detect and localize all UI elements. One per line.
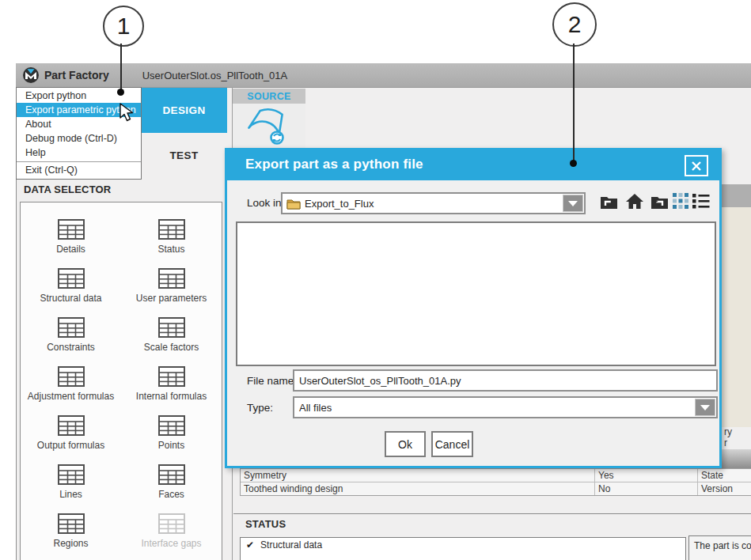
tab-design[interactable]: DESIGN: [141, 88, 227, 133]
menu-item[interactable]: Debug mode (Ctrl-D): [17, 131, 141, 146]
table-cell-name: Toothed winding design: [244, 482, 343, 495]
data-selector-item[interactable]: Internal formulas: [121, 361, 222, 410]
app-name: Part Factory: [44, 69, 109, 81]
section-divider: [233, 513, 751, 514]
look-in-value: Export_to_Flux: [305, 198, 374, 210]
data-selector-item-label: Regions: [53, 538, 88, 549]
table-grid-icon: [158, 219, 185, 240]
data-selector-item-label: Output formulas: [37, 440, 104, 451]
look-in-label: Look in:: [247, 197, 284, 209]
parent-folder-icon[interactable]: [600, 193, 618, 210]
status-checklist: ✔ Structural data: [240, 537, 686, 560]
tab-test[interactable]: TEST: [141, 133, 227, 178]
clipped-text-fragment: ry: [724, 427, 751, 437]
table-grid-icon: [158, 513, 185, 534]
callout-1: 1: [103, 6, 144, 47]
list-view-icon[interactable]: [692, 193, 710, 209]
menu-item[interactable]: Exit (Ctrl-Q): [17, 161, 141, 177]
data-selector-item-label: User parameters: [136, 293, 207, 304]
cancel-button[interactable]: Cancel: [431, 431, 473, 457]
data-selector-item-label: Points: [158, 440, 184, 451]
table-cell-name: Symmetry: [244, 469, 286, 482]
menu-item[interactable]: Help: [17, 146, 141, 160]
callout-2-dot: [570, 160, 577, 167]
status-message: The part is comple: [688, 535, 751, 560]
export-dialog-titlebar[interactable]: Export part as a python file: [225, 148, 722, 180]
file-name-value: UserOuterSlot_os_PllTooth_01A.py: [299, 375, 461, 387]
callout-2-line: [573, 44, 575, 161]
grid-view-icon[interactable]: [673, 193, 688, 209]
table-grid-icon: [58, 464, 85, 485]
data-selector-item-label: Interface gaps: [141, 538, 201, 549]
table-grid-icon: [58, 219, 85, 240]
table-grid-icon: [158, 464, 185, 485]
ok-button[interactable]: Ok: [385, 431, 426, 457]
data-selector-title: DATA SELECTOR: [24, 184, 111, 195]
properties-table: Symmetry Yes State Toothed winding desig…: [240, 468, 751, 496]
data-selector-item-label: Internal formulas: [136, 391, 207, 402]
status-section-title: STATUS: [245, 518, 286, 530]
table-cell-meta: Version: [697, 482, 751, 495]
callout-1-number: 1: [117, 13, 131, 40]
data-selector-item[interactable]: Structural data: [21, 263, 121, 312]
data-selector-item[interactable]: Points: [121, 410, 222, 459]
new-folder-icon[interactable]: [650, 193, 669, 210]
data-selector-item[interactable]: Details: [21, 214, 121, 263]
file-name-input[interactable]: UserOuterSlot_os_PllTooth_01A.py: [293, 369, 718, 392]
close-button[interactable]: [685, 155, 708, 176]
data-selector-item[interactable]: Adjustment formulas: [21, 361, 121, 410]
data-selector-item-label: Lines: [59, 489, 82, 500]
table-cell-meta: State: [697, 469, 751, 482]
data-selector-item[interactable]: User parameters: [121, 263, 222, 312]
callout-1-dot: [117, 89, 124, 96]
table-grid-icon: [158, 366, 185, 387]
data-selector-item[interactable]: Constraints: [21, 312, 121, 361]
data-selector-item[interactable]: Lines: [21, 459, 121, 508]
data-selector-item[interactable]: Output formulas: [21, 410, 121, 459]
table-cell-value: Yes: [594, 469, 700, 482]
part-source-icon: [245, 104, 294, 148]
export-dialog-title: Export part as a python file: [245, 157, 423, 172]
table-row[interactable]: Toothed winding design No Version: [241, 482, 751, 495]
callout-2: 2: [552, 2, 597, 47]
check-icon: ✔: [246, 539, 254, 551]
home-icon[interactable]: [625, 193, 644, 210]
data-selector-item-label: Structural data: [40, 293, 101, 304]
status-item-label: Structural data: [260, 539, 322, 551]
data-selector-item[interactable]: Faces: [121, 459, 222, 508]
table-grid-icon: [58, 415, 85, 436]
mouse-cursor-icon: [117, 103, 136, 123]
data-selector-item[interactable]: Scale factors: [121, 312, 222, 361]
table-grid-icon: [58, 513, 85, 534]
look-in-dropdown-arrow[interactable]: [563, 195, 583, 212]
table-grid-icon: [158, 317, 185, 338]
data-selector-item[interactable]: Regions: [21, 508, 121, 557]
file-list-box[interactable]: [236, 221, 716, 366]
status-item: ✔ Structural data: [241, 538, 685, 552]
callout-1-line: [120, 44, 122, 89]
data-selector-panel: Details Status: [20, 202, 222, 560]
data-selector-item-label: Adjustment formulas: [28, 391, 114, 402]
type-dropdown-arrow[interactable]: [695, 399, 715, 416]
table-grid-icon: [158, 268, 185, 289]
data-selector-item[interactable]: Interface gaps: [121, 508, 222, 557]
export-dialog: Export part as a python file Look in: Ex…: [225, 148, 722, 468]
data-selector-item[interactable]: Status: [121, 214, 222, 263]
table-row[interactable]: Symmetry Yes State: [241, 469, 751, 482]
table-grid-icon: [58, 366, 85, 387]
source-panel[interactable]: [233, 104, 305, 148]
folder-icon: [286, 198, 301, 210]
table-cell-value: No: [594, 482, 700, 495]
look-in-combobox[interactable]: Export_to_Flux: [281, 192, 586, 214]
type-combobox[interactable]: All files: [293, 396, 718, 418]
clipped-text-fragment: r: [724, 438, 751, 448]
data-selector-item-label: Scale factors: [144, 342, 199, 353]
part-factory-logo-icon: [23, 67, 39, 83]
table-grid-icon: [58, 268, 85, 289]
data-selector-item-label: Constraints: [47, 342, 95, 353]
close-icon: [691, 161, 702, 172]
app-titlebar: Part Factory UserOuterSlot.os_PllTooth_0…: [16, 63, 751, 88]
data-selector-item-label: Status: [157, 244, 184, 255]
callout-2-number: 2: [568, 11, 582, 38]
source-section-header: SOURCE: [233, 89, 305, 104]
